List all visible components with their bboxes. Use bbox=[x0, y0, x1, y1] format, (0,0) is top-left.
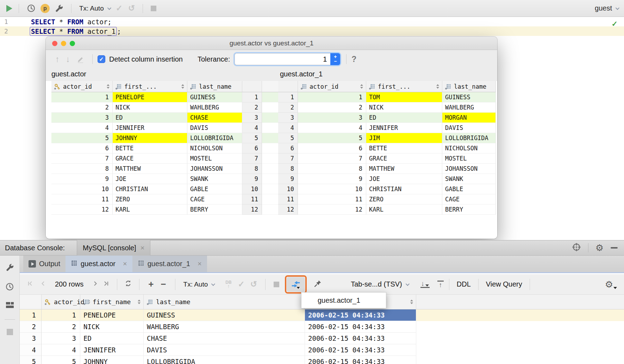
submit-to-db-icon[interactable]: DB↑ bbox=[225, 281, 231, 288]
row-number[interactable]: 5 bbox=[278, 133, 298, 143]
clock-icon[interactable] bbox=[5, 282, 14, 293]
sort-arrows-icon[interactable] bbox=[181, 84, 184, 89]
close-icon[interactable]: × bbox=[141, 244, 145, 252]
cell-last-name[interactable]: NICHOLSON bbox=[187, 143, 242, 153]
column-header-actor-id[interactable]: actor_id bbox=[298, 81, 366, 92]
cell-actor-id[interactable]: 2 bbox=[51, 102, 113, 113]
view-query-button[interactable]: View Query bbox=[486, 280, 522, 288]
cell-last-name[interactable]: GABLE bbox=[442, 184, 496, 194]
row-number[interactable]: 4 bbox=[278, 123, 298, 133]
close-window-button[interactable] bbox=[52, 41, 57, 46]
cell-first-name[interactable]: ED bbox=[366, 113, 442, 123]
cell-last-name[interactable]: LOLLOBRIGIDA bbox=[187, 133, 242, 143]
cell-actor-id[interactable]: 2 bbox=[298, 102, 366, 113]
cell-last-name[interactable]: NICHOLSON bbox=[442, 143, 496, 153]
cell-first-name[interactable]: JENNIFER bbox=[80, 344, 144, 356]
close-icon[interactable]: × bbox=[123, 260, 127, 268]
tab-guest-actor[interactable]: guest.actor × bbox=[65, 256, 132, 272]
row-number[interactable]: 5 bbox=[242, 133, 262, 143]
tab-guest-actor-1[interactable]: guest.actor_1 × bbox=[132, 256, 207, 272]
cell-first-name[interactable]: ZERO bbox=[113, 194, 187, 205]
cell-actor-id[interactable]: 3 bbox=[42, 333, 80, 344]
gear-icon[interactable]: ⚙ bbox=[595, 243, 604, 252]
delete-row-icon[interactable]: − bbox=[161, 279, 166, 290]
cell-first-name[interactable]: BETTE bbox=[366, 143, 442, 153]
cell-first-name[interactable]: JENNIFER bbox=[366, 123, 442, 133]
row-number[interactable]: 11 bbox=[278, 194, 298, 205]
column-header-actor-id[interactable]: actor_id bbox=[51, 81, 113, 92]
cell-actor-id[interactable]: 1 bbox=[298, 92, 366, 102]
export-format-dropdown[interactable]: Tab-se...d (TSV) bbox=[351, 280, 408, 288]
cell-actor-id[interactable]: 10 bbox=[51, 184, 113, 194]
cell-actor-id[interactable]: 8 bbox=[51, 164, 113, 174]
row-number[interactable]: 10 bbox=[278, 184, 298, 194]
editor-code[interactable]: SELECT * FROM actor; bbox=[31, 18, 112, 26]
cell-actor-id[interactable]: 3 bbox=[298, 113, 366, 123]
grid-tx-mode-dropdown[interactable]: Tx: Auto bbox=[183, 281, 214, 288]
row-number[interactable]: 5 bbox=[20, 356, 42, 364]
column-header-first_name[interactable]: first_name bbox=[80, 295, 144, 309]
close-icon[interactable]: × bbox=[198, 260, 202, 268]
pin-icon[interactable] bbox=[314, 280, 322, 289]
cell-last-name[interactable]: LOLLOBRIGIDA bbox=[442, 133, 496, 143]
row-number[interactable]: 9 bbox=[278, 174, 298, 184]
cell-first-name[interactable]: CHRISTIAN bbox=[366, 184, 442, 194]
cell-actor-id[interactable]: 7 bbox=[298, 153, 366, 164]
cell-last-name[interactable]: DAVIS bbox=[144, 344, 305, 356]
last-page-icon[interactable] bbox=[103, 280, 110, 289]
cell-actor-id[interactable]: 2 bbox=[42, 321, 80, 333]
cell-last-name[interactable]: GUINESS bbox=[442, 92, 496, 102]
cell-last-update[interactable]: 2006-02-15 04:34:33 bbox=[305, 356, 416, 364]
cell-first-name[interactable]: KARL bbox=[366, 205, 442, 215]
cell-actor-id[interactable]: 9 bbox=[51, 174, 113, 184]
cell-last-name[interactable]: MORGAN bbox=[442, 113, 496, 123]
cell-actor-id[interactable]: 4 bbox=[298, 123, 366, 133]
cell-last-name[interactable]: CHASE bbox=[187, 113, 242, 123]
sort-arrows-icon[interactable] bbox=[436, 84, 439, 89]
cell-last-name[interactable]: GABLE bbox=[187, 184, 242, 194]
cell-actor-id[interactable]: 7 bbox=[51, 153, 113, 164]
cell-last-name[interactable]: WAHLBERG bbox=[442, 102, 496, 113]
cell-last-name[interactable]: SWANK bbox=[442, 174, 496, 184]
cell-actor-id[interactable]: 5 bbox=[42, 356, 80, 364]
cell-last-name[interactable]: WAHLBERG bbox=[144, 321, 305, 333]
previous-page-icon[interactable] bbox=[40, 280, 46, 289]
cell-actor-id[interactable]: 5 bbox=[51, 133, 113, 143]
tolerance-input[interactable] bbox=[235, 53, 330, 65]
cell-first-name[interactable]: ED bbox=[80, 333, 144, 344]
stop-query-button[interactable] bbox=[274, 282, 279, 287]
cell-actor-id[interactable]: 11 bbox=[51, 194, 113, 205]
cell-actor-id[interactable]: 12 bbox=[51, 205, 113, 215]
cell-last-update[interactable]: 2006-02-15 04:34:33 bbox=[305, 321, 416, 333]
commit-icon[interactable]: ✓ bbox=[238, 280, 245, 289]
editor-code[interactable]: SELECT * FROM actor_1; bbox=[31, 27, 121, 36]
row-number[interactable]: 4 bbox=[242, 123, 262, 133]
cell-first-name[interactable]: NICK bbox=[80, 321, 144, 333]
cell-last-update[interactable]: 2006-02-15 04:34:33 bbox=[305, 344, 416, 356]
cell-last-name[interactable]: DAVIS bbox=[442, 123, 496, 133]
cell-first-name[interactable]: JOE bbox=[366, 174, 442, 184]
cell-actor-id[interactable]: 4 bbox=[51, 123, 113, 133]
cell-first-name[interactable]: BETTE bbox=[113, 143, 187, 153]
revert-icon[interactable]: ↺ bbox=[250, 280, 257, 289]
row-number[interactable]: 7 bbox=[242, 153, 262, 164]
ddl-button[interactable]: DDL bbox=[457, 280, 471, 288]
row-number[interactable]: 2 bbox=[242, 102, 262, 113]
cell-actor-id[interactable]: 1 bbox=[42, 309, 80, 321]
tolerance-stepper[interactable]: + − bbox=[330, 53, 340, 65]
row-number[interactable]: 3 bbox=[20, 333, 42, 344]
detect-column-insertion-checkbox[interactable]: ✓ bbox=[98, 55, 105, 63]
tx-mode-dropdown[interactable]: Tx: Auto bbox=[79, 5, 110, 12]
sort-arrows-icon[interactable] bbox=[138, 300, 141, 304]
rollback-icon[interactable]: ↺ bbox=[128, 4, 135, 13]
cell-actor-id[interactable]: 9 bbox=[298, 174, 366, 184]
first-page-icon[interactable] bbox=[27, 280, 33, 289]
cell-first-name[interactable]: CHRISTIAN bbox=[113, 184, 187, 194]
next-difference-icon[interactable]: ↓ bbox=[66, 54, 70, 64]
grid-settings-dropdown[interactable]: ⚙ bbox=[605, 280, 617, 289]
hide-panel-icon[interactable] bbox=[611, 247, 618, 249]
column-header-actor_id[interactable]: actor_id bbox=[42, 295, 80, 309]
cell-last-update[interactable]: 2006-02-15 04:34:33 bbox=[305, 309, 416, 321]
cell-last-name[interactable]: BERRY bbox=[442, 205, 496, 215]
popup-item-guest-actor-1[interactable]: guest.actor_1 bbox=[318, 296, 360, 305]
